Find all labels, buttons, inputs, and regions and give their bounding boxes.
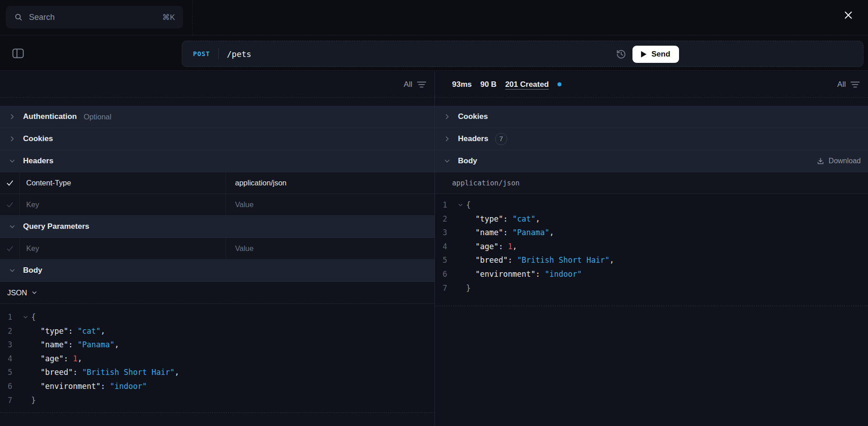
fold-spacer <box>19 393 31 407</box>
spacer <box>435 98 868 106</box>
download-button[interactable]: Download <box>816 157 861 165</box>
header-value-input[interactable] <box>235 200 425 209</box>
code-text: "name": "Panama", <box>31 338 119 352</box>
section-cookies[interactable]: Cookies <box>0 128 434 150</box>
sidebar-panel-icon <box>12 48 24 58</box>
response-duration: 93ms <box>452 80 472 89</box>
query-value-input[interactable] <box>235 244 425 253</box>
fold-spacer <box>454 281 466 295</box>
fold-spacer <box>19 352 31 366</box>
chevron-down-icon <box>7 223 17 230</box>
row-enabled-checkbox[interactable] <box>0 194 20 215</box>
line-number: 5 <box>443 253 454 267</box>
line-number: 3 <box>8 338 19 352</box>
section-query-parameters[interactable]: Query Parameters <box>0 216 434 238</box>
chevron-right-icon <box>442 113 452 120</box>
code-text: } <box>31 393 36 407</box>
search-shortcut: ⌘K <box>162 13 175 22</box>
chevron-right-icon <box>442 135 452 142</box>
code-text: } <box>466 281 471 295</box>
filter-label: All <box>837 80 846 89</box>
code-line: 2 "type": "cat", <box>0 324 434 338</box>
mime-label: application/json <box>452 179 519 187</box>
query-row-empty <box>0 238 434 260</box>
search-input[interactable] <box>29 13 156 22</box>
chevron-down-icon <box>7 267 17 274</box>
send-button[interactable]: Send <box>632 46 679 63</box>
request-filter-button[interactable]: All <box>404 80 426 89</box>
chevron-down-icon <box>7 157 17 165</box>
section-response-headers[interactable]: Headers 7 <box>435 128 868 150</box>
header-row-content-type <box>0 172 434 194</box>
fold-spacer <box>454 267 466 281</box>
line-number: 3 <box>443 226 454 240</box>
search-box[interactable]: ⌘K <box>6 6 183 28</box>
query-key-input[interactable] <box>26 244 219 253</box>
section-label: Cookies <box>458 112 488 121</box>
header-key-input[interactable] <box>26 200 219 209</box>
section-headers[interactable]: Headers <box>0 150 434 172</box>
fold-spacer <box>454 212 466 226</box>
code-line: 2 "type": "cat", <box>435 212 868 226</box>
chevron-down-icon <box>31 289 38 296</box>
section-body[interactable]: Body <box>0 260 434 282</box>
code-text: { <box>31 310 36 324</box>
code-line: 3 "name": "Panama", <box>435 226 868 240</box>
header-key-input[interactable] <box>26 179 219 187</box>
body-type-row: JSON <box>0 282 434 304</box>
history-button[interactable] <box>614 47 628 61</box>
section-label: Body <box>458 156 477 166</box>
send-label: Send <box>651 50 670 59</box>
code-line: 6 "environment": "indoor" <box>435 267 868 281</box>
line-number: 6 <box>8 379 19 393</box>
line-number: 4 <box>8 352 19 366</box>
line-number: 6 <box>443 267 454 281</box>
response-size: 90 B <box>480 80 496 89</box>
fold-chevron-icon[interactable] <box>454 198 466 212</box>
address-bar: POST Send <box>182 41 863 67</box>
body-type-select[interactable]: JSON <box>7 289 38 297</box>
code-line: 7} <box>0 393 434 407</box>
fold-chevron-icon[interactable] <box>19 310 31 324</box>
header-row-empty <box>0 194 434 216</box>
chevron-right-icon <box>7 135 17 142</box>
url-input[interactable] <box>227 49 453 59</box>
fold-spacer <box>19 338 31 352</box>
section-label: Cookies <box>23 134 53 143</box>
code-text: "breed": "British Short Hair", <box>31 365 179 379</box>
fold-spacer <box>19 365 31 379</box>
body-type-label: JSON <box>7 289 27 297</box>
request-body-editor[interactable]: 1{2 "type": "cat",3 "name": "Panama",4 "… <box>0 304 434 413</box>
header-value-input[interactable] <box>235 179 425 187</box>
method-divider <box>218 48 219 59</box>
topbar-divider <box>192 0 193 35</box>
code-line: 3 "name": "Panama", <box>0 338 434 352</box>
fold-spacer <box>19 379 31 393</box>
row-enabled-checkbox[interactable] <box>0 172 20 194</box>
play-icon <box>641 51 646 57</box>
code-text: "name": "Panama", <box>466 226 554 240</box>
close-icon <box>843 10 854 20</box>
code-line: 4 "age": 1, <box>0 352 434 366</box>
response-filter-button[interactable]: All <box>837 80 860 89</box>
section-response-cookies[interactable]: Cookies <box>435 106 868 128</box>
line-number: 5 <box>8 365 19 379</box>
search-icon <box>14 13 23 22</box>
section-authentication[interactable]: Authentication Optional <box>0 106 434 128</box>
response-filter-row: 93ms 90 B 201 Created All <box>435 71 868 98</box>
sidebar-toggle-button[interactable] <box>11 47 25 60</box>
fold-spacer <box>454 253 466 267</box>
response-status-link[interactable]: 201 Created <box>505 80 548 89</box>
section-label: Headers <box>23 156 53 166</box>
response-mime-type: application/json <box>435 172 868 194</box>
api-client-window: ⌘K POST <box>0 0 868 426</box>
response-body-viewer[interactable]: 1{2 "type": "cat",3 "name": "Panama",4 "… <box>435 194 868 306</box>
http-method-badge[interactable]: POST <box>193 50 210 57</box>
close-button[interactable] <box>839 6 857 24</box>
section-label: Body <box>23 266 42 275</box>
content-panels: All Authentication Optional <box>0 71 868 426</box>
code-line: 1{ <box>0 310 434 324</box>
section-response-body[interactable]: Body Download <box>435 150 868 172</box>
row-enabled-checkbox[interactable] <box>0 238 20 259</box>
history-clock-icon <box>616 49 627 60</box>
